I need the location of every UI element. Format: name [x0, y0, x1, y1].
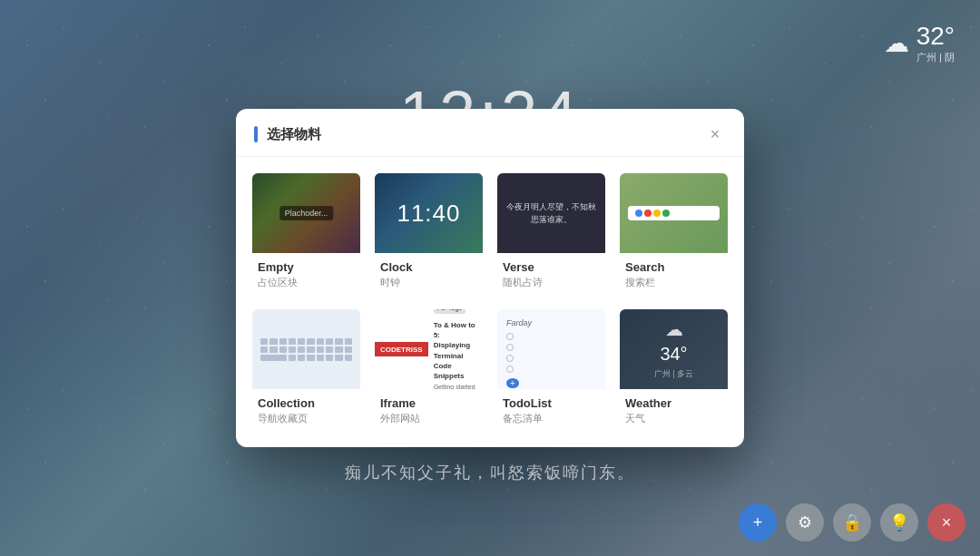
modal-overlay: 选择物料 × Plachoder... Empty 占位区块 [0, 0, 980, 556]
todo-item-1 [506, 333, 517, 340]
todo-check-2 [506, 344, 514, 351]
modal-title: 选择物料 [267, 126, 321, 143]
iframe-content: ARTICLES For Tags To & How to 5: Display… [428, 309, 483, 389]
key5 [298, 338, 305, 345]
iframe-header-text: CODETRISS [380, 346, 423, 354]
logo-blue [635, 210, 642, 217]
widget-desc-search: 搜索栏 [625, 276, 722, 289]
key11 [260, 346, 268, 353]
widget-card-collection[interactable]: Collection 导航收藏页 [250, 307, 362, 433]
key10 [345, 338, 352, 345]
iframe-article-block: To & How to 5: Displaying Terminal Code … [434, 320, 477, 389]
widget-desc-weather: 天气 [625, 412, 722, 425]
widget-info-collection: Collection 导航收藏页 [252, 389, 360, 431]
key15 [298, 346, 305, 353]
todo-item-3 [506, 355, 517, 362]
widget-preview-clock: 11:40 [375, 173, 483, 253]
key24 [317, 355, 324, 361]
key23 [307, 355, 314, 361]
todo-check-3 [506, 355, 514, 362]
search-preview-bar [628, 206, 720, 220]
lock-button[interactable]: 🔒 [833, 503, 871, 541]
widget-preview-empty: Plachoder... [252, 173, 360, 253]
widget-name-iframe: Iframe [380, 396, 477, 410]
search-logos [635, 210, 670, 217]
modal-body[interactable]: Plachoder... Empty 占位区块 11:40 Clock [236, 157, 744, 447]
widget-card-clock[interactable]: 11:40 Clock 时钟 [373, 171, 485, 297]
widget-preview-search [620, 173, 728, 253]
weather-preview-location: 广州 | 多云 [654, 368, 693, 380]
settings-button[interactable]: ⚙ [786, 503, 824, 541]
key-wide [260, 355, 287, 361]
widget-card-iframe[interactable]: CODETRISS ARTICLES For Tags To & How to … [373, 307, 485, 433]
todo-check-1 [506, 333, 514, 340]
iframe-tags: For Tags [434, 309, 477, 317]
widget-name-todolist: TodoList [503, 396, 600, 410]
widget-info-todolist: TodoList 备忘清单 [497, 389, 605, 431]
weather-preview-cloud-icon: ☁ [665, 318, 683, 340]
widget-desc-collection: 导航收藏页 [258, 412, 355, 425]
widget-card-verse[interactable]: 今夜月明人尽望，不知秋思落谁家。 Verse 随机占诗 [495, 171, 607, 297]
placeholder-label: Plachoder... [279, 206, 334, 220]
clock-preview-time: 11:40 [397, 200, 460, 228]
key25 [326, 355, 333, 361]
weather-preview-temperature: 34° [660, 344, 687, 365]
widget-preview-iframe: CODETRISS ARTICLES For Tags To & How to … [375, 309, 483, 389]
iframe-tag1: For Tags [434, 309, 466, 314]
placeholder-image: Plachoder... [252, 173, 360, 253]
widget-name-clock: Clock [380, 260, 477, 274]
widget-preview-verse: 今夜月明人尽望，不知秋思落谁家。 [497, 173, 605, 253]
key19 [335, 346, 342, 353]
widget-info-iframe: Iframe 外部网站 [375, 389, 483, 431]
key16 [307, 346, 314, 353]
widget-name-empty: Empty [258, 260, 355, 274]
todo-check-4 [506, 366, 514, 373]
key14 [289, 346, 296, 353]
title-accent-bar [254, 126, 258, 142]
widget-info-empty: Empty 占位区块 [252, 253, 360, 295]
key2 [270, 338, 277, 345]
widget-name-weather: Weather [625, 396, 722, 410]
todo-header: Farday [506, 318, 532, 327]
key13 [279, 346, 287, 353]
key12 [270, 346, 277, 353]
widget-name-collection: Collection [258, 396, 355, 410]
widget-info-verse: Verse 随机占诗 [497, 253, 605, 295]
widget-desc-clock: 时钟 [380, 276, 477, 289]
key3 [279, 338, 287, 345]
todo-add-button[interactable]: + [506, 378, 519, 388]
todo-item-2 [506, 344, 517, 351]
widget-desc-empty: 占位区块 [258, 276, 355, 289]
iframe-article-title: To & How to 5: Displaying Terminal Code … [434, 320, 477, 381]
widget-card-empty[interactable]: Plachoder... Empty 占位区块 [250, 171, 362, 297]
bottom-action-bar: + ⚙ 🔒 💡 × [739, 503, 965, 541]
verse-preview-text: 今夜月明人尽望，不知秋思落谁家。 [506, 200, 596, 227]
widget-desc-iframe: 外部网站 [380, 412, 477, 425]
widget-desc-verse: 随机占诗 [503, 276, 600, 289]
widget-info-clock: Clock 时钟 [375, 253, 483, 295]
modal-header: 选择物料 × [236, 109, 744, 157]
key17 [317, 346, 324, 353]
widget-name-verse: Verse [503, 260, 600, 274]
widget-card-search[interactable]: Search 搜索栏 [618, 171, 730, 297]
modal-close-button[interactable]: × [704, 123, 726, 145]
key26 [335, 355, 342, 361]
key21 [289, 355, 296, 361]
widget-info-search: Search 搜索栏 [620, 253, 728, 295]
widget-card-todolist[interactable]: Farday [495, 307, 607, 433]
iframe-header-bar: CODETRISS [375, 342, 428, 356]
key6 [307, 338, 314, 345]
widget-preview-weather: ☁ 34° 广州 | 多云 [620, 309, 728, 389]
modal-title-bar: 选择物料 [254, 126, 321, 143]
widget-preview-todo: Farday [497, 309, 605, 389]
close-button[interactable]: × [927, 503, 965, 541]
widget-card-weather[interactable]: ☁ 34° 广州 | 多云 Weather 天气 [618, 307, 730, 433]
widget-grid: Plachoder... Empty 占位区块 11:40 Clock [250, 171, 730, 433]
key22 [298, 355, 305, 361]
widget-desc-todolist: 备忘清单 [503, 412, 600, 425]
light-button[interactable]: 💡 [880, 503, 918, 541]
iframe-article-text: Getting started with code display [434, 383, 477, 389]
add-widget-button[interactable]: + [739, 503, 777, 541]
todo-item-4 [506, 366, 517, 373]
key1 [260, 338, 268, 345]
